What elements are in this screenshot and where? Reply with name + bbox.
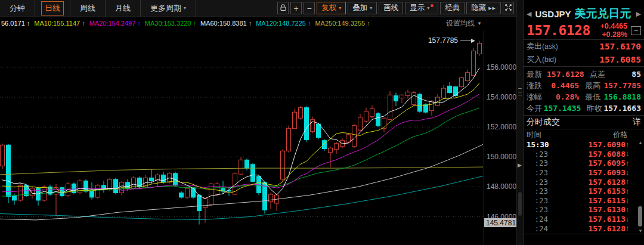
tick-row[interactable]: :23157.6115↓	[527, 196, 641, 206]
stats-row: 涨跌0.4465最高157.7785	[527, 80, 641, 91]
divider-scroll-thumb[interactable]	[518, 192, 522, 216]
low-price-badge-text: 145.4781	[486, 219, 516, 227]
candle-body	[84, 181, 88, 191]
tick-price: 157.6093	[588, 168, 626, 177]
col-time: 时间	[527, 130, 541, 140]
candle-body	[7, 145, 11, 196]
high-price-annotation: 157.7785	[428, 36, 458, 45]
candle-body	[442, 88, 446, 98]
tick-row[interactable]: 15:30157.6090↑	[527, 140, 641, 150]
ask-sub: (ask)	[542, 42, 558, 51]
tick-row[interactable]: :23157.6088↓	[527, 150, 641, 159]
tick-row[interactable]: :24157.6128↑	[527, 224, 641, 233]
up-arrow-icon: ↑	[82, 20, 85, 27]
candle-body	[287, 129, 291, 151]
price-change: +0.4465 +0.28%	[600, 22, 627, 39]
ma-value: MA250:149.3255	[315, 20, 365, 27]
down-arrow-icon: ↓	[626, 150, 633, 158]
axis-tick-label: 156.0000	[487, 63, 516, 72]
tick-price: 157.6128	[588, 224, 626, 233]
up-arrow-icon: ↑	[193, 20, 196, 27]
list-scrollbar[interactable]: ▲ ▼	[637, 140, 643, 234]
hide-button[interactable]: 隐藏▶▶	[466, 2, 501, 14]
prev-symbol-button[interactable]: ◀	[527, 10, 531, 18]
lock-button[interactable]	[277, 2, 289, 14]
scroll-thumb[interactable]	[638, 206, 642, 227]
stat-label-change-pct: 涨幅	[527, 92, 545, 103]
ask-value: 157.6170	[599, 42, 641, 51]
tab-label: 月线	[112, 1, 134, 15]
collapse-quote-button[interactable]: −	[631, 26, 641, 35]
overlay-button[interactable]: 叠加▾	[348, 2, 377, 14]
scroll-down-button[interactable]: ▼	[637, 228, 643, 234]
hide-label: 隐藏	[471, 3, 486, 13]
display-button[interactable]: 显示▾	[405, 2, 438, 14]
candle-body	[239, 160, 243, 174]
axis-tick-label: 152.0000	[487, 123, 516, 131]
ma-label-ma60: MA60:150.8381↑	[200, 20, 252, 27]
candle-body	[358, 117, 363, 130]
ma-value: MA60:150.8381	[200, 20, 247, 27]
candle-body	[466, 73, 470, 81]
tick-price: 157.6115	[588, 196, 626, 205]
detail-button[interactable]: 详	[633, 117, 641, 128]
candle-body	[203, 199, 208, 207]
stat-label-latest: 最新	[527, 69, 547, 80]
forex-trading-app: 分钟日线周线月线更多周期▾ + − 复权▾叠加▾画线显示▾经典隐藏▶▶	[0, 0, 644, 245]
ma-values: 56.0171↑MA10:155.1147↑MA20:154.2497↑MA30…	[1, 20, 374, 27]
draw-line-button[interactable]: 画线	[379, 2, 403, 14]
ma-settings-button[interactable]: 设置均线▼	[446, 18, 482, 29]
tick-row[interactable]: :24157.6113↓	[527, 215, 641, 224]
tick-list: 15:30157.6090↑:23157.6088↓:23157.6095↑:2…	[524, 140, 644, 234]
candle-body	[90, 191, 94, 197]
collapse-panel-arrow[interactable]: ▶	[518, 162, 522, 168]
double-arrow-icon: ▶▶	[488, 6, 496, 11]
candle-body	[472, 51, 476, 75]
time-sales-header: 分时成交 详	[524, 116, 644, 129]
change-value: +0.4465	[600, 22, 627, 30]
tick-price: 157.6088	[588, 150, 626, 159]
tab-weekly[interactable]: 周线	[70, 0, 106, 17]
tab-more-periods[interactable]: 更多周期▾	[141, 0, 196, 17]
stats-row: 最新157.6128点差85	[527, 69, 641, 80]
stat-label-prev-close: 昨收	[587, 103, 604, 114]
tab-label: 周线	[76, 1, 99, 15]
candle-body	[478, 44, 482, 54]
tick-price: 157.6090	[588, 140, 626, 149]
tick-row[interactable]: :23157.6128↑	[527, 177, 641, 187]
adjust-label: 复权	[321, 3, 336, 13]
zoom-out-button[interactable]: −	[304, 2, 315, 14]
display-label: 显示	[410, 3, 425, 13]
tick-row[interactable]: :23157.6093↓	[527, 168, 641, 178]
tick-price: 157.6130	[588, 205, 626, 214]
ma-line-ma60	[0, 144, 483, 220]
zoom-in-button[interactable]: +	[290, 2, 302, 14]
tab-daily[interactable]: 日线	[35, 0, 70, 17]
down-arrow-icon: ↓	[626, 215, 633, 224]
candlestick-chart[interactable]: 156.0000154.0000152.0000150.0000148.0000…	[0, 30, 516, 245]
expand-icon	[504, 4, 512, 13]
axis-tick-label: 154.0000	[487, 93, 516, 101]
panel-divider[interactable]: ▶	[516, 0, 524, 245]
candle-body	[364, 111, 369, 121]
next-symbol-button[interactable]: ▶	[636, 10, 641, 18]
candle-body	[352, 126, 357, 147]
adjust-button[interactable]: 复权▾	[317, 2, 346, 14]
scroll-up-button[interactable]: ▲	[637, 140, 643, 145]
tab-text: 分钟	[10, 3, 25, 14]
tab-monthly[interactable]: 月线	[106, 0, 141, 17]
classic-button[interactable]: 经典	[440, 2, 465, 14]
divider-line	[524, 234, 644, 234]
candle-body	[317, 124, 321, 138]
up-arrow-icon: ↑	[249, 20, 252, 27]
fullscreen-button[interactable]	[503, 2, 514, 14]
tab-minute[interactable]: 分钟	[0, 0, 35, 17]
symbol-code: USDJPY	[535, 9, 571, 19]
overlay-label: 叠加	[352, 3, 367, 13]
ma-value: MA30:153.3220	[145, 20, 191, 27]
stat-value-open: 157.1435	[544, 104, 581, 113]
ma-label-ma10: MA10:155.1147↑	[34, 20, 85, 27]
tick-row[interactable]: :23157.6153↑	[527, 187, 641, 196]
tick-row[interactable]: :23157.6130↑	[527, 205, 641, 215]
tick-row[interactable]: :23157.6095↑	[527, 159, 641, 168]
